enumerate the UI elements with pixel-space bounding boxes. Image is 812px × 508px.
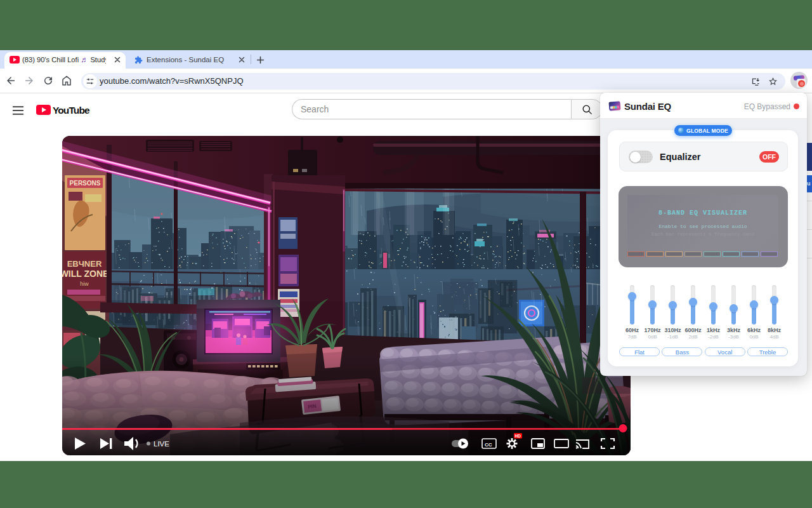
svg-text:hiw: hiw xyxy=(80,281,89,287)
svg-text:CC: CC xyxy=(485,442,492,448)
svg-text:WILL ZONE: WILL ZONE xyxy=(62,269,108,279)
svg-text:PERSONS: PERSONS xyxy=(70,180,101,187)
svg-text:EBЧNER: EBЧNER xyxy=(67,259,102,269)
svg-text:LIVE: LIVE xyxy=(154,440,169,448)
svg-text:HD: HD xyxy=(515,434,521,438)
